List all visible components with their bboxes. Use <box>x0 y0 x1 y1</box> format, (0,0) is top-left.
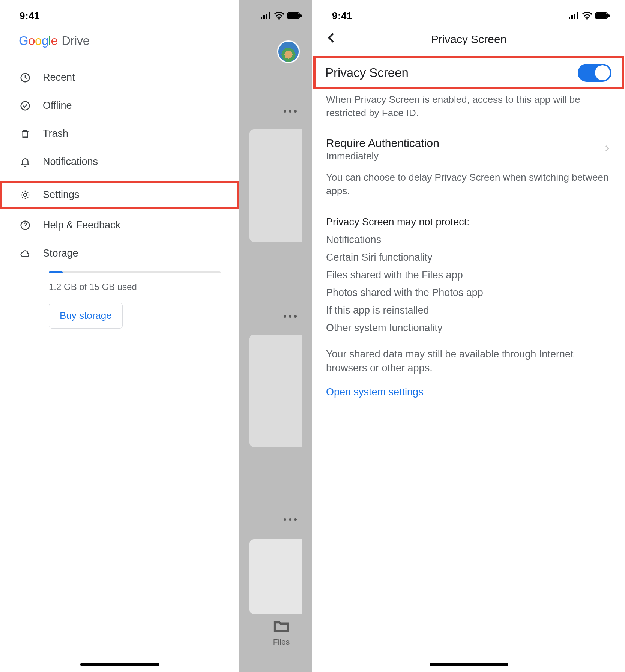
file-card[interactable] <box>249 334 302 447</box>
menu-label: Storage <box>43 248 78 259</box>
check-circle-icon <box>20 100 31 111</box>
cloud-icon <box>20 248 31 259</box>
avatar[interactable] <box>277 40 300 63</box>
help-icon <box>20 220 31 231</box>
menu-recent[interactable]: Recent <box>0 63 239 92</box>
not-protect-label: Privacy Screen may not protect: <box>312 208 625 231</box>
menu-label: Recent <box>43 72 75 83</box>
svg-rect-11 <box>300 14 302 17</box>
menu-notifications[interactable]: Notifications <box>0 148 239 176</box>
svg-rect-15 <box>577 12 578 19</box>
storage-bar-fill <box>49 271 63 273</box>
storage-usage-text: 1.2 GB of 15 GB used <box>49 282 221 292</box>
menu-storage[interactable]: Storage <box>0 239 239 267</box>
status-bar-right-frag <box>239 0 312 26</box>
google-drive-logo: Google Drive <box>19 34 236 48</box>
list-item: If this app is reinstalled <box>326 302 611 319</box>
open-system-settings-link[interactable]: Open system settings <box>312 379 625 405</box>
status-bar: 9:41 <box>0 0 239 26</box>
privacy-screen-toggle-row[interactable]: Privacy Screen <box>313 56 624 89</box>
files-background: Files <box>239 0 312 672</box>
file-card[interactable] <box>249 129 302 242</box>
list-item: Files shared with the Files app <box>326 266 611 284</box>
home-indicator <box>80 663 159 666</box>
toggle-description: When Privacy Screen is enabled, access t… <box>312 89 625 130</box>
menu-label: Settings <box>43 189 80 201</box>
auth-title: Require Authentication <box>326 137 439 150</box>
svg-rect-13 <box>571 15 573 19</box>
svg-rect-18 <box>596 14 607 18</box>
buy-storage-button[interactable]: Buy storage <box>49 303 123 328</box>
svg-rect-7 <box>269 12 270 19</box>
menu-list: Recent Offline Trash Notifications Setti… <box>0 55 239 328</box>
menu-label: Help & Feedback <box>43 219 120 231</box>
svg-rect-5 <box>263 15 265 19</box>
status-time: 9:41 <box>20 10 40 22</box>
signal-icon <box>261 12 271 19</box>
list-item: Photos shared with the Photos app <box>326 284 611 302</box>
not-protect-list: Notifications Certain Siri functionality… <box>312 231 625 340</box>
menu-settings[interactable]: Settings <box>0 181 239 209</box>
privacy-screen-page: 9:41 Privacy Screen Privacy Screen When … <box>312 0 625 672</box>
svg-point-16 <box>586 18 588 20</box>
status-bar: 9:41 <box>312 0 625 26</box>
auth-description: You can choose to delay Privacy Screen w… <box>312 167 625 208</box>
drawer: 9:41 Google Drive Recent Offline Trash N… <box>0 0 239 672</box>
bell-icon <box>20 156 31 168</box>
drawer-header: Google Drive <box>0 26 239 55</box>
trash-icon <box>20 128 31 140</box>
auth-value: Immediately <box>326 150 439 162</box>
menu-label: Trash <box>43 128 68 140</box>
files-tab-label: Files <box>273 638 290 646</box>
clock-icon <box>20 72 31 83</box>
menu-label: Offline <box>43 100 72 111</box>
menu-help[interactable]: Help & Feedback <box>0 211 239 239</box>
chevron-right-icon <box>602 144 611 154</box>
wifi-icon <box>582 12 592 20</box>
svg-point-2 <box>24 194 27 196</box>
svg-point-8 <box>278 18 280 20</box>
more-icon[interactable] <box>282 110 297 112</box>
battery-icon <box>287 12 302 19</box>
home-indicator <box>430 663 508 666</box>
list-item: Notifications <box>326 231 611 249</box>
battery-icon <box>595 12 610 19</box>
list-item: Certain Siri functionality <box>326 249 611 266</box>
toggle-knob <box>595 65 610 80</box>
svg-rect-6 <box>266 14 267 19</box>
storage-bar <box>49 271 221 273</box>
file-card[interactable] <box>249 539 302 614</box>
shared-data-note: Your shared data may still be available … <box>312 340 625 379</box>
more-icon[interactable] <box>282 518 297 521</box>
svg-rect-4 <box>261 17 262 19</box>
menu-trash[interactable]: Trash <box>0 120 239 148</box>
status-time: 9:41 <box>332 10 352 22</box>
more-icon[interactable] <box>282 315 297 318</box>
wifi-icon <box>274 12 284 20</box>
svg-rect-10 <box>288 14 299 18</box>
svg-rect-12 <box>569 17 570 19</box>
divider <box>0 178 239 178</box>
require-auth-row[interactable]: Require Authentication Immediately <box>312 130 625 167</box>
svg-rect-14 <box>574 14 575 19</box>
storage-block: 1.2 GB of 15 GB used Buy storage <box>0 271 239 328</box>
files-tab[interactable]: Files <box>273 617 290 646</box>
menu-label: Notifications <box>43 156 98 168</box>
back-button[interactable] <box>325 32 338 46</box>
svg-rect-19 <box>608 14 610 17</box>
privacy-screen-toggle[interactable] <box>578 64 611 82</box>
toggle-label: Privacy Screen <box>325 66 409 80</box>
list-item: Other system functionality <box>326 319 611 337</box>
menu-offline[interactable]: Offline <box>0 92 239 120</box>
page-header: Privacy Screen <box>312 26 625 56</box>
signal-icon <box>569 12 579 19</box>
gear-icon <box>20 189 31 201</box>
page-title: Privacy Screen <box>431 33 507 46</box>
svg-point-1 <box>21 101 30 110</box>
